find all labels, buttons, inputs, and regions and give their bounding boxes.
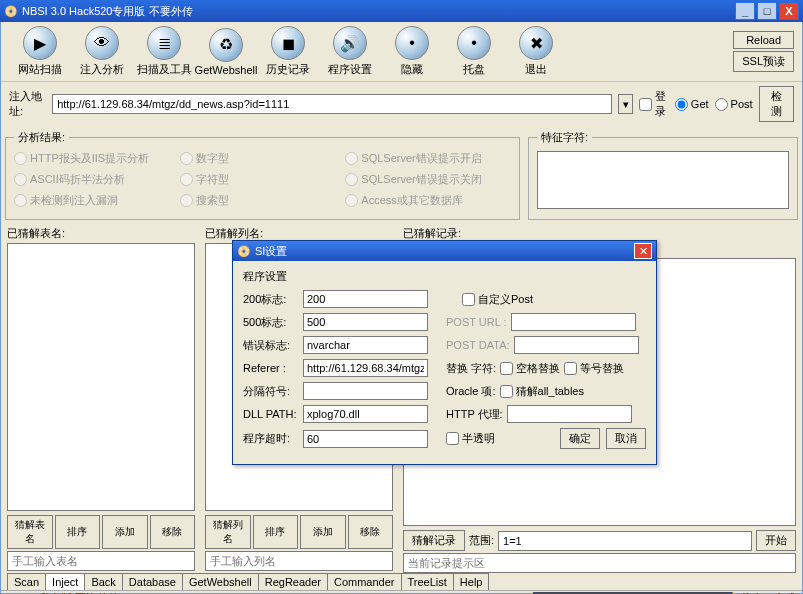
ssl-button[interactable]: SSL预读 <box>733 51 794 72</box>
reload-button[interactable]: Reload <box>733 31 794 49</box>
del2-button[interactable]: 移除 <box>348 515 394 549</box>
postdata-input[interactable] <box>514 336 639 354</box>
charsig-group: 特征字符: <box>528 130 798 220</box>
tbtn-hide[interactable]: •隐藏 <box>381 26 443 77</box>
detect-button[interactable]: 检测 <box>759 86 794 122</box>
dlg-icon: 📀 <box>237 245 251 258</box>
tbtn-sitescan[interactable]: ▶网站扫描 <box>9 26 71 77</box>
col1-header: 已猜解表名: <box>7 224 195 243</box>
main-toolbar: ▶网站扫描 👁注入分析 ≣扫描及工具 ♻GetWebshell ◼历史记录 🔊程… <box>1 22 802 82</box>
tables-list[interactable] <box>7 243 195 511</box>
list-icon: ≣ <box>147 26 181 60</box>
get-radio[interactable]: Get <box>675 98 709 111</box>
tbtn-webshell[interactable]: ♻GetWebshell <box>195 28 257 76</box>
bottom-tabs: Scan Inject Back Database GetWebshell Re… <box>1 573 802 590</box>
sort-button[interactable]: 排序 <box>55 515 101 549</box>
tbtn-exit[interactable]: ✖退出 <box>505 26 567 77</box>
sep-input[interactable] <box>303 382 428 400</box>
guess-col-button[interactable]: 猜解列名 <box>205 515 251 549</box>
guess-rec-button[interactable]: 猜解记录 <box>403 530 465 551</box>
si-settings-dialog: 📀 SI设置 ✕ 程序设置 200标志: 自定义Post 500标志: POST… <box>232 240 657 465</box>
tbtn-tray[interactable]: •托盘 <box>443 26 505 77</box>
eye-icon: 👁 <box>85 26 119 60</box>
custompost-check[interactable]: 自定义Post <box>462 292 533 307</box>
tbtn-settings[interactable]: 🔊程序设置 <box>319 26 381 77</box>
guess-table-button[interactable]: 猜解表名 <box>7 515 53 549</box>
dllpath-input[interactable] <box>303 405 428 423</box>
tbtn-tools[interactable]: ≣扫描及工具 <box>133 26 195 77</box>
tab-inject[interactable]: Inject <box>45 573 85 590</box>
dialog-close-button[interactable]: ✕ <box>634 243 652 259</box>
translucent-check[interactable]: 半透明 <box>446 431 495 446</box>
start-button[interactable]: 开始 <box>756 530 796 551</box>
manual-table-input[interactable] <box>7 551 195 571</box>
maximize-button[interactable]: □ <box>757 2 777 20</box>
tab-help[interactable]: Help <box>453 573 490 590</box>
referer-input[interactable] <box>303 359 428 377</box>
timeout-input[interactable] <box>303 430 428 448</box>
tab-treelist[interactable]: TreeList <box>401 573 454 590</box>
tab-commander[interactable]: Commander <box>327 573 402 590</box>
dialog-title: SI设置 <box>255 244 287 259</box>
alltables-check[interactable]: 猜解all_tables <box>500 384 584 399</box>
tab-back[interactable]: Back <box>84 573 122 590</box>
app-icon: 📀 <box>4 5 18 18</box>
dot-icon: • <box>457 26 491 60</box>
window-title: NBSI 3.0 Hack520专用版 不要外传 <box>22 4 193 19</box>
login-check[interactable]: 登录 <box>639 89 669 119</box>
charsig-text[interactable] <box>537 151 789 209</box>
proxy-input[interactable] <box>507 405 632 423</box>
tbtn-history[interactable]: ◼历史记录 <box>257 26 319 77</box>
x-icon: ✖ <box>519 26 553 60</box>
url-dropdown[interactable]: ▾ <box>618 94 633 114</box>
add-button[interactable]: 添加 <box>102 515 148 549</box>
url-input[interactable] <box>52 94 612 114</box>
speaker-icon: 🔊 <box>333 26 367 60</box>
posturl-input[interactable] <box>511 313 636 331</box>
tbtn-inject[interactable]: 👁注入分析 <box>71 26 133 77</box>
add2-button[interactable]: 添加 <box>300 515 346 549</box>
analysis-group: 分析结果: HTTP报头及IIS提示分析 ASCII码折半法分析 未检测到注入漏… <box>5 130 520 220</box>
tab-getwebshell[interactable]: GetWebshell <box>182 573 259 590</box>
dialog-subheader: 程序设置 <box>243 267 646 290</box>
flag200-input[interactable] <box>303 290 428 308</box>
url-label: 注入地址: <box>9 89 46 119</box>
sort2-button[interactable]: 排序 <box>253 515 299 549</box>
flag500-input[interactable] <box>303 313 428 331</box>
tab-scan[interactable]: Scan <box>7 573 46 590</box>
recycle-icon: ♻ <box>209 28 243 62</box>
errflag-input[interactable] <box>303 336 428 354</box>
tab-database[interactable]: Database <box>122 573 183 590</box>
dialog-ok-button[interactable]: 确定 <box>560 428 600 449</box>
dot-icon: • <box>395 26 429 60</box>
space-replace-check[interactable]: 空格替换 <box>500 361 560 376</box>
minimize-button[interactable]: _ <box>735 2 755 20</box>
play-icon: ▶ <box>23 26 57 60</box>
col3-header: 已猜解记录: <box>403 227 461 239</box>
close-button[interactable]: X <box>779 2 799 20</box>
del-button[interactable]: 移除 <box>150 515 196 549</box>
dialog-cancel-button[interactable]: 取消 <box>606 428 646 449</box>
record-hint-input[interactable] <box>403 553 796 573</box>
tab-regreader[interactable]: RegReader <box>258 573 328 590</box>
equal-replace-check[interactable]: 等号替换 <box>564 361 624 376</box>
stop-icon: ◼ <box>271 26 305 60</box>
post-radio[interactable]: Post <box>715 98 753 111</box>
range-input[interactable] <box>498 531 752 551</box>
manual-col-input[interactable] <box>205 551 393 571</box>
